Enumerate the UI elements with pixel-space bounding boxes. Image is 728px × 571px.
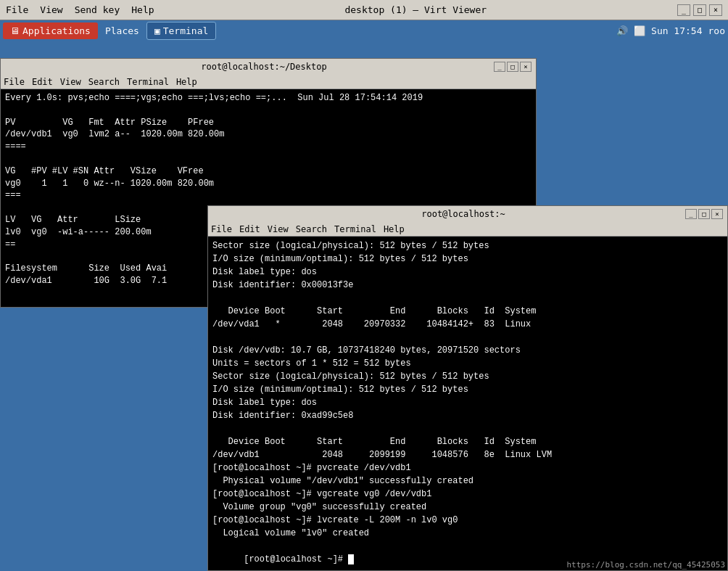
- term2-line-6: /dev/vda1 * 2048 20970332 10484142+ 83 L…: [212, 318, 723, 331]
- applications-icon: 🖥: [10, 25, 20, 36]
- os-title-bar: File View Send key Help desktop (1) – Vi…: [0, 0, 728, 20]
- display-icon: ⬜: [634, 25, 645, 36]
- term1-line-1: [5, 104, 531, 117]
- status-area: 🔊 ⬜ Sun 17:54 roo: [616, 25, 725, 36]
- terminal1-menu[interactable]: File Edit View Search Terminal Help: [1, 75, 536, 89]
- terminal2-menu[interactable]: File Edit View Search Terminal Help: [208, 222, 727, 237]
- title-menu-file[interactable]: File: [6, 4, 28, 15]
- terminal2-minimize[interactable]: _: [685, 209, 697, 219]
- term2-help[interactable]: Help: [384, 224, 405, 234]
- term1-line-4: ====: [5, 141, 531, 153]
- user-indicator: roo: [708, 25, 725, 36]
- term1-file[interactable]: File: [4, 77, 25, 87]
- term1-line-5: [5, 153, 531, 165]
- term2-line-10: Sector size (logical/physical): 512 byte…: [212, 370, 723, 383]
- term2-line-22: Logical volume "lv0" created: [212, 527, 723, 540]
- term1-edit[interactable]: Edit: [32, 77, 53, 87]
- terminal1-titlebar: root@localhost:~/Desktop _ □ ×: [1, 59, 536, 75]
- term2-line-14: [212, 422, 723, 435]
- term2-line-19: [root@localhost ~]# vgcreate vg0 /dev/vd…: [212, 488, 723, 501]
- term2-line-1: I/O size (minimum/optimal): 512 bytes / …: [212, 252, 723, 266]
- terminal1-maximize[interactable]: □: [507, 62, 518, 72]
- title-menu-view[interactable]: View: [40, 4, 62, 15]
- terminal1-title: root@localhost:~/Desktop: [34, 62, 494, 72]
- term2-line-9: Units = sectors of 1 * 512 = 512 bytes: [212, 357, 723, 370]
- term2-line-15: Device Boot Start End Blocks Id System: [212, 435, 723, 448]
- title-menu[interactable]: File View Send key Help: [6, 4, 154, 15]
- term2-line-16: /dev/vdb1 2048 2099199 1048576 8e Linux …: [212, 448, 723, 461]
- places-menu[interactable]: Places: [98, 22, 146, 39]
- term2-edit[interactable]: Edit: [239, 224, 260, 234]
- term2-line-4: [212, 292, 723, 305]
- volume-icon: 🔊: [616, 25, 628, 36]
- applications-label[interactable]: Applications: [22, 25, 91, 36]
- terminal-tab-label[interactable]: Terminal: [163, 25, 209, 36]
- term2-line-21: [root@localhost ~]# lvcreate -L 200M -n …: [212, 514, 723, 527]
- desktop-menubar: 🖥 Applications Places ▣ Terminal 🔊 ⬜ Sun…: [0, 20, 728, 41]
- terminal-cursor: [348, 554, 354, 564]
- term2-view[interactable]: View: [268, 224, 289, 234]
- term2-line-17: [root@localhost ~]# pvcreate /dev/vdb1: [212, 461, 723, 475]
- term1-help[interactable]: Help: [176, 77, 197, 87]
- term2-terminal[interactable]: Terminal: [334, 224, 376, 234]
- term2-line-13: Disk identifier: 0xad99c5e8: [212, 409, 723, 422]
- terminal2-close[interactable]: ×: [711, 209, 723, 219]
- term1-line-8: ===: [5, 189, 531, 202]
- term1-line-6: VG #PV #LV #SN Attr VSize VFree: [5, 165, 531, 178]
- window-title: desktop (1) – Virt Viewer: [154, 4, 677, 15]
- term2-line-0: Sector size (logical/physical): 512 byte…: [212, 239, 723, 252]
- term2-line-11: I/O size (minimum/optimal): 512 bytes / …: [212, 383, 723, 396]
- clock: Sun 17:54: [651, 25, 702, 36]
- term2-file[interactable]: File: [211, 224, 232, 234]
- term1-line-7: vg0 1 1 0 wz--n- 1020.00m 820.00m: [5, 178, 531, 190]
- term2-search[interactable]: Search: [296, 224, 327, 234]
- terminal2-maximize[interactable]: □: [698, 209, 710, 219]
- term2-line-20: Volume group "vg0" successfully created: [212, 501, 723, 514]
- term1-terminal[interactable]: Terminal: [127, 77, 169, 87]
- term2-line-3: Disk identifier: 0x00013f3e: [212, 279, 723, 292]
- term2-prompt: [root@localhost ~]#: [244, 554, 348, 564]
- term1-view[interactable]: View: [60, 77, 81, 87]
- term1-line-2: PV VG Fmt Attr PSize PFree: [5, 117, 531, 129]
- term2-line-7: [212, 331, 723, 344]
- minimize-button[interactable]: _: [677, 4, 690, 16]
- terminal2-title: root@localhost:~: [241, 209, 685, 219]
- terminal-taskbar-item[interactable]: ▣ Terminal: [146, 22, 216, 40]
- term1-line-3: /dev/vdb1 vg0 lvm2 a-- 1020.00m 820.00m: [5, 128, 531, 141]
- title-menu-help[interactable]: Help: [131, 4, 154, 15]
- terminal2-content[interactable]: Sector size (logical/physical): 512 byte…: [208, 237, 727, 570]
- terminal2-titlebar: root@localhost:~ _ □ ×: [208, 206, 727, 222]
- term2-line-12: Disk label type: dos: [212, 396, 723, 409]
- term1-line-0: Every 1.0s: pvs;echo ====;vgs;echo ===;l…: [5, 92, 531, 104]
- term2-line-8: Disk /dev/vdb: 10.7 GB, 10737418240 byte…: [212, 344, 723, 357]
- terminal1-controls[interactable]: _ □ ×: [494, 62, 531, 72]
- bottom-url-hint: https://blog.csdn.net/qq_45425053: [563, 559, 728, 571]
- close-button[interactable]: ×: [709, 4, 722, 16]
- term1-search[interactable]: Search: [88, 77, 120, 87]
- maximize-button[interactable]: □: [693, 4, 706, 16]
- terminal-window-2: root@localhost:~ _ □ × File Edit View Se…: [207, 205, 728, 571]
- term2-line-18: Physical volume "/dev/vdb1" successfully…: [212, 475, 723, 488]
- terminal-icon: ▣: [154, 25, 160, 36]
- term2-line-5: Device Boot Start End Blocks Id System: [212, 305, 723, 318]
- title-menu-sendkey[interactable]: Send key: [75, 4, 120, 15]
- term2-line-2: Disk label type: dos: [212, 266, 723, 279]
- terminal1-close[interactable]: ×: [520, 62, 531, 72]
- applications-menu[interactable]: 🖥 Applications: [3, 22, 98, 39]
- window-controls[interactable]: _ □ ×: [677, 4, 722, 16]
- terminal1-minimize[interactable]: _: [494, 62, 505, 72]
- terminal2-controls[interactable]: _ □ ×: [685, 209, 723, 219]
